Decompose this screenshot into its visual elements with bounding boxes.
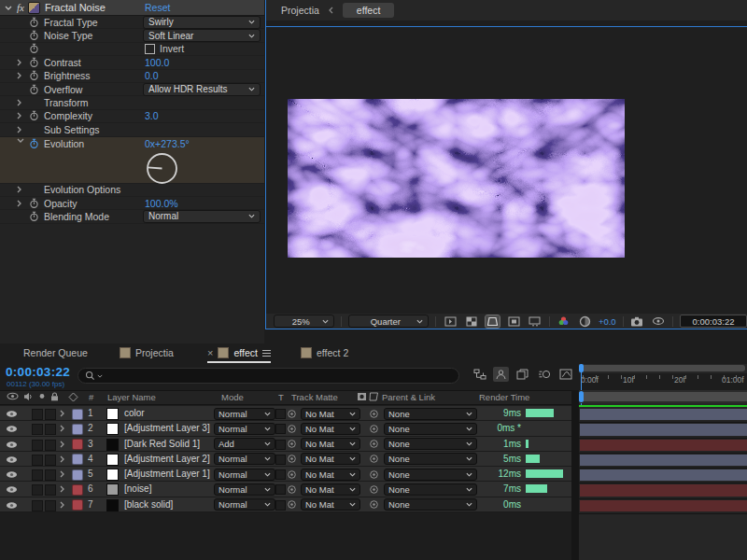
- effect-parameter-row[interactable]: Evolution 0x+273.5°: [0, 137, 264, 184]
- preserve-transparency-toggle[interactable]: [275, 469, 286, 480]
- preserve-transparency-toggle[interactable]: [275, 440, 286, 450]
- solo-toggle[interactable]: [32, 409, 43, 420]
- matte-pick-whip-icon[interactable]: [287, 439, 297, 449]
- parent-pick-whip-icon[interactable]: [369, 454, 379, 464]
- label-color-chip[interactable]: [72, 439, 83, 450]
- tab-effect2-comp[interactable]: effect 2: [301, 347, 348, 358]
- layer-row[interactable]: 3 [Dark Red Solid 1] Add No Mat: [0, 437, 571, 452]
- parent-pick-whip-icon[interactable]: [369, 424, 379, 434]
- columns-track-divider[interactable]: [571, 390, 579, 560]
- parent-dropdown[interactable]: None: [384, 423, 477, 435]
- layer-duration-bar[interactable]: [580, 455, 747, 466]
- track-matte-dropdown[interactable]: No Mat: [301, 498, 360, 511]
- magnification-dropdown[interactable]: 25%: [274, 315, 334, 328]
- parameter-value[interactable]: 100.0: [145, 57, 169, 68]
- track-matte-dropdown[interactable]: No Mat: [301, 438, 360, 450]
- lock-toggle[interactable]: [45, 469, 56, 481]
- layer-name[interactable]: [Adjustment Layer 3]: [124, 423, 210, 433]
- track-matte-dropdown[interactable]: No Mat: [301, 453, 360, 465]
- label-color-chip[interactable]: [72, 484, 83, 496]
- reset-button[interactable]: Reset: [145, 2, 170, 13]
- layer-row[interactable]: 4 [Adjustment Layer 2] Normal No Mat: [0, 452, 571, 467]
- parent-dropdown[interactable]: None: [384, 408, 477, 420]
- parent-pick-whip-icon[interactable]: [369, 484, 379, 495]
- guides-options-icon[interactable]: [528, 315, 543, 328]
- effect-parameter-row[interactable]: Fractal Type Swirly: [0, 16, 264, 29]
- time-ruler[interactable]: 0:00f 10f 20f 01:00f: [579, 373, 747, 390]
- layer-name[interactable]: [Adjustment Layer 1]: [124, 469, 210, 479]
- effect-parameter-row[interactable]: Transform: [0, 96, 264, 109]
- exposure-value[interactable]: +0.0: [599, 316, 616, 327]
- layer-row[interactable]: 6 [noise] Normal No Mat: [0, 482, 571, 497]
- eye-toggle[interactable]: [6, 441, 18, 449]
- resolution-dropdown[interactable]: Quarter: [348, 315, 429, 328]
- layer-duration-bar[interactable]: [580, 409, 747, 420]
- parent-pick-whip-icon[interactable]: [369, 469, 379, 480]
- layer-name[interactable]: [noise]: [124, 483, 151, 494]
- eye-toggle[interactable]: [6, 501, 18, 510]
- effect-header-row[interactable]: fx Fractal Noise Reset: [0, 0, 264, 16]
- stopwatch-icon[interactable]: [29, 57, 44, 68]
- channel-rgb-icon[interactable]: [557, 315, 571, 328]
- tab-projectia-comp[interactable]: Projectia: [120, 347, 174, 358]
- expander-icon[interactable]: [17, 59, 29, 66]
- matte-pick-whip-icon[interactable]: [287, 484, 297, 495]
- layer-duration-bar[interactable]: [580, 484, 747, 496]
- effect-parameter-row[interactable]: Noise Type Soft Linear: [0, 29, 264, 42]
- expander-icon[interactable]: [17, 72, 29, 79]
- evolution-dial[interactable]: [145, 151, 179, 186]
- mask-visibility-icon[interactable]: [486, 315, 500, 328]
- layer-row[interactable]: 2 [Adjustment Layer 3] Normal No Mat: [0, 421, 571, 436]
- track-matte-column-label[interactable]: Track Matte: [291, 392, 338, 402]
- lock-toggle[interactable]: [45, 484, 56, 496]
- layer-expander-icon[interactable]: [60, 470, 64, 478]
- layer-expander-icon[interactable]: [60, 410, 64, 417]
- tab-projectia[interactable]: Projectia: [281, 5, 319, 16]
- expander-icon[interactable]: [17, 99, 29, 106]
- exposure-icon[interactable]: [577, 315, 592, 328]
- layer-duration-bar[interactable]: [580, 469, 747, 481]
- solo-toggle[interactable]: [32, 484, 43, 496]
- solo-toggle[interactable]: [32, 424, 43, 435]
- mode-column-label[interactable]: Mode: [221, 392, 244, 402]
- layer-row[interactable]: 5 [Adjustment Layer 1] Normal No Mat: [0, 467, 571, 482]
- layer-switches-icon[interactable]: [514, 367, 530, 382]
- preserve-transparency-toggle[interactable]: [275, 455, 286, 465]
- parameter-dropdown[interactable]: Swirly: [143, 16, 261, 29]
- expander-icon[interactable]: [17, 200, 29, 207]
- take-snapshot-camera-icon[interactable]: [630, 315, 645, 328]
- composition-flowchart-icon[interactable]: [472, 367, 487, 382]
- parent-pick-whip-icon[interactable]: [369, 439, 379, 449]
- expander-icon[interactable]: [17, 126, 29, 133]
- show-snapshot-icon[interactable]: [651, 315, 666, 328]
- eye-toggle[interactable]: [6, 425, 18, 433]
- parameter-dropdown[interactable]: Soft Linear: [143, 29, 261, 42]
- lock-toggle[interactable]: [45, 409, 56, 420]
- blend-mode-dropdown[interactable]: Normal: [214, 483, 275, 496]
- invert-checkbox[interactable]: Invert: [145, 43, 184, 54]
- blend-mode-dropdown[interactable]: Normal: [214, 408, 275, 420]
- preview-snapshot-icon[interactable]: [443, 315, 458, 328]
- close-icon[interactable]: ×: [207, 347, 213, 358]
- effect-parameter-row[interactable]: Brightness 0.0: [0, 70, 264, 83]
- solo-toggle[interactable]: [32, 455, 43, 466]
- playhead-marker[interactable]: [579, 391, 584, 402]
- layer-duration-bar[interactable]: [580, 440, 747, 451]
- checkbox-box[interactable]: [145, 44, 155, 54]
- stopwatch-icon[interactable]: [29, 138, 44, 149]
- preserve-transparency-toggle[interactable]: [275, 409, 286, 419]
- parent-dropdown[interactable]: None: [384, 483, 477, 496]
- blend-mode-dropdown[interactable]: Normal: [214, 423, 275, 435]
- parent-dropdown[interactable]: None: [384, 438, 477, 450]
- lock-toggle[interactable]: [45, 440, 56, 451]
- parent-pick-whip-icon[interactable]: [369, 499, 379, 510]
- layer-expander-icon[interactable]: [60, 485, 64, 493]
- matte-pick-whip-icon[interactable]: [287, 409, 297, 419]
- search-input[interactable]: [78, 368, 459, 384]
- effect-parameter-row[interactable]: Contrast 100.0: [0, 56, 264, 69]
- eye-toggle[interactable]: [6, 485, 18, 494]
- label-color-chip[interactable]: [72, 499, 83, 511]
- track-row[interactable]: [579, 483, 747, 498]
- expander-icon[interactable]: [17, 138, 29, 143]
- layer-duration-bar[interactable]: [580, 424, 747, 435]
